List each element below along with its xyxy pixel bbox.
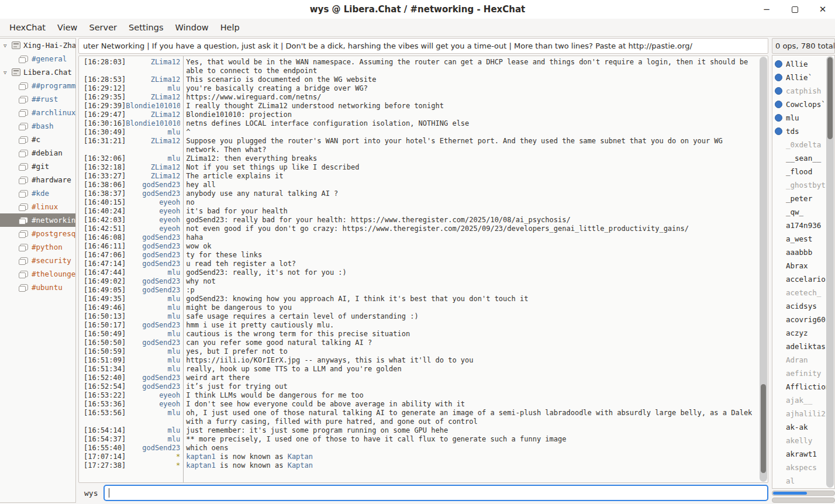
message-nick[interactable]: mlu	[126, 303, 180, 312]
message-nick[interactable]: mlu	[126, 128, 180, 137]
message-nick[interactable]: godSend23	[126, 181, 180, 189]
message-nick[interactable]: godSend23	[126, 242, 180, 251]
message-input[interactable]	[103, 485, 768, 501]
message-nick[interactable]: mlu	[126, 365, 180, 374]
menu-settings[interactable]: Settings	[123, 20, 169, 34]
close-icon[interactable]: ✕	[816, 3, 829, 16]
message-nick[interactable]: eyeoh	[126, 225, 180, 233]
message-nick[interactable]: mlu	[126, 84, 180, 93]
user-list-item[interactable]: aczyz	[772, 326, 827, 340]
user-list-item[interactable]: al	[772, 474, 827, 488]
message-nick[interactable]: Blondie101010	[126, 102, 180, 111]
chat-scrollbar-thumb[interactable]	[761, 384, 766, 474]
message-nick[interactable]: mlu	[126, 330, 180, 339]
user-list-item[interactable]: a_west	[772, 232, 827, 246]
tree-item-c[interactable]: #c	[0, 133, 75, 146]
message-nick[interactable]: godSend23	[126, 382, 180, 391]
user-list-item[interactable]: adeliktas	[772, 340, 827, 353]
message-nick[interactable]: mlu	[126, 426, 180, 435]
userlist-scrollbar-thumb[interactable]	[827, 57, 833, 139]
user-list-item[interactable]: Allie`	[772, 71, 827, 84]
topic-bar[interactable]: uter Networking | If you have a question…	[78, 38, 768, 54]
message-nick[interactable]: mlu	[126, 268, 180, 277]
userlist-hscrollbar-thumb[interactable]	[773, 492, 807, 495]
user-list-item[interactable]: _flood	[772, 165, 827, 178]
message-nick[interactable]: godSend23	[126, 277, 180, 286]
tree-item-kde[interactable]: #kde	[0, 187, 75, 200]
user-list-item[interactable]: __sean__	[772, 151, 827, 165]
tree-item-general[interactable]: #general	[0, 52, 75, 65]
message-nick[interactable]: godSend23	[126, 321, 180, 330]
message-nick[interactable]: godSend23	[126, 251, 180, 260]
tree-item-networking[interactable]: #networking	[0, 213, 75, 227]
message-nick[interactable]: ZLima12	[126, 163, 180, 172]
nick-reference[interactable]: Kaptan	[288, 453, 313, 461]
message-nick[interactable]: ZLima12	[126, 93, 180, 102]
user-list-item[interactable]: aaabbb	[772, 246, 827, 259]
message-nick[interactable]: mlu	[126, 347, 180, 356]
message-nick[interactable]: mlu	[126, 312, 180, 321]
message-nick[interactable]: mlu	[126, 435, 180, 444]
message-nick[interactable]: mlu	[126, 295, 180, 303]
user-list-item[interactable]: mlu	[772, 111, 827, 125]
message-nick[interactable]: godSend23	[126, 189, 180, 198]
user-list-item[interactable]: _0xdelta	[772, 138, 827, 151]
message-nick[interactable]: ZLima12	[126, 75, 180, 84]
tree-item-thelounge[interactable]: #thelounge	[0, 267, 75, 281]
user-list-item[interactable]: _peter	[772, 192, 827, 205]
menu-window[interactable]: Window	[170, 20, 215, 34]
message-nick[interactable]: godSend23	[126, 374, 180, 382]
message-nick[interactable]: eyeoh	[126, 400, 180, 409]
user-list-item[interactable]: Affliction	[772, 380, 827, 393]
message-nick[interactable]: eyeoh	[126, 216, 180, 225]
message-nick[interactable]: ZLima12	[126, 137, 180, 154]
message-nick[interactable]: godSend23	[126, 444, 180, 453]
tree-item-archlinux[interactable]: #archlinux	[0, 106, 75, 119]
message-nick[interactable]: eyeoh	[126, 391, 180, 400]
user-list-item[interactable]: a174n936	[772, 219, 827, 232]
user-list-item[interactable]: akelly	[772, 434, 827, 447]
userlist-hscrollbar[interactable]	[772, 491, 835, 496]
user-list-item[interactable]: acovrig60	[772, 313, 827, 326]
menu-hexchat[interactable]: HexChat	[4, 20, 51, 34]
user-list-item[interactable]: Cowclops`	[772, 98, 827, 111]
tree-item-ubuntu[interactable]: #ubuntu	[0, 281, 75, 294]
menu-server[interactable]: Server	[83, 20, 123, 34]
user-list-item[interactable]: aefinity	[772, 367, 827, 380]
user-list-item[interactable]: _qw_	[772, 205, 827, 219]
message-nick[interactable]: godSend23	[126, 260, 180, 268]
user-list-item[interactable]: catphish	[772, 84, 827, 98]
user-list-item[interactable]: acidsys	[772, 299, 827, 313]
user-list-item[interactable]: akspecs	[772, 461, 827, 474]
minimize-icon[interactable]: −	[760, 3, 773, 16]
menu-view[interactable]: View	[51, 20, 83, 34]
user-list-item[interactable]: _ghostbyt	[772, 178, 827, 192]
tree-item-xinghaizhan[interactable]: ▽Xing-Hai-Zhan	[0, 39, 75, 52]
user-list-item[interactable]: ajak__	[772, 393, 827, 407]
user-list-item[interactable]: ajhalili2	[772, 407, 827, 420]
user-list-item[interactable]: Adran	[772, 353, 827, 367]
tree-item-linux[interactable]: #linux	[0, 200, 75, 213]
message-nick[interactable]: eyeoh	[126, 207, 180, 216]
user-list-item[interactable]: ak-ak	[772, 420, 827, 434]
message-nick[interactable]: ZLima12	[126, 58, 180, 75]
chat-scrollbar[interactable]	[760, 57, 767, 482]
message-nick[interactable]: Blondie101010	[126, 119, 180, 128]
tree-item-postgresql[interactable]: #postgresql	[0, 227, 75, 240]
message-nick[interactable]: godSend23	[126, 233, 180, 242]
user-list-item[interactable]: Abrax	[772, 259, 827, 272]
own-nick-label[interactable]: wys	[84, 489, 98, 498]
tree-item-git[interactable]: #git	[0, 160, 75, 173]
tree-item-python[interactable]: #python	[0, 240, 75, 254]
message-nick[interactable]: ZLima12	[126, 111, 180, 119]
tree-item-bash[interactable]: #bash	[0, 119, 75, 133]
user-list-item[interactable]: Allie	[772, 57, 827, 71]
nick-reference[interactable]: kaptan1	[186, 461, 216, 470]
message-nick[interactable]: ZLima12	[126, 172, 180, 181]
nick-reference[interactable]: Kaptan	[288, 461, 313, 470]
user-list-item[interactable]: acetech_	[772, 286, 827, 299]
user-list-item[interactable]: accelario	[772, 272, 827, 286]
menu-help[interactable]: Help	[215, 20, 246, 34]
expander-icon[interactable]: ▽	[4, 43, 11, 49]
tree-item-rust[interactable]: ##rust	[0, 92, 75, 106]
